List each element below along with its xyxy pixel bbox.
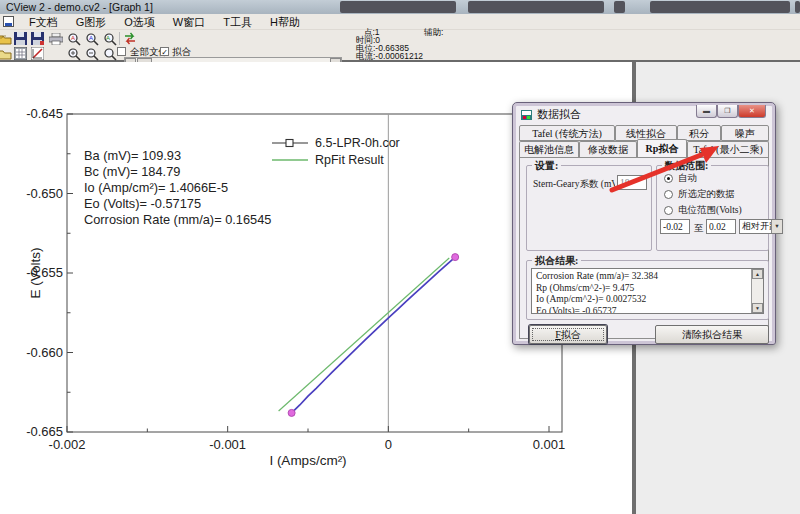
- fit-checkbox[interactable]: ✓: [160, 47, 169, 56]
- clear-fit-results-button[interactable]: 清除拟合结果: [655, 325, 769, 344]
- print-icon[interactable]: [48, 31, 64, 46]
- menu-tools[interactable]: T工具: [214, 14, 261, 29]
- svg-text:-0.001: -0.001: [209, 437, 246, 452]
- data-range-group: 数据范围: 自动 所选定的数据 电位范围(Volts) 至 相对开路 ▼: [656, 165, 769, 251]
- radio-potential-range[interactable]: 电位范围(Volts): [664, 204, 742, 217]
- svg-text:-0.650: -0.650: [26, 186, 63, 201]
- radio-selected-data[interactable]: 所选定的数据: [664, 188, 735, 201]
- zoom-in-icon[interactable]: [66, 46, 82, 61]
- results-scrollbar[interactable]: ▲ ▼: [751, 269, 763, 313]
- tab-noise[interactable]: 噪声: [721, 125, 769, 141]
- menu-window[interactable]: W窗口: [164, 14, 214, 29]
- redacted-tab: [795, 1, 800, 13]
- svg-text:E (Volts): E (Volts): [28, 247, 43, 298]
- result-eo: Eo (Volts)= -0.65737: [536, 306, 747, 315]
- plot-legend: 6.5-LPR-0h.cor RpFit Result: [272, 134, 400, 168]
- zoom-out-icon[interactable]: [84, 46, 100, 61]
- result-io: Io (Amp/cm^2-)= 0.0027532: [536, 294, 747, 306]
- menu-help[interactable]: H帮助: [261, 14, 309, 29]
- tab-modify-data[interactable]: 修改数据: [579, 141, 637, 157]
- data-fit-dialog: 数据拟合 ▬ ❐ ✕ Tafel (传统方法) 线性拟合 积分 噪声 电解池信息…: [512, 102, 776, 345]
- window-title: CView 2 - demo.cv2 - [Graph 1]: [6, 1, 153, 13]
- save-as-icon[interactable]: [29, 31, 45, 46]
- annotation-io: Io (Amp/cm²)= 1.4066E-5: [84, 180, 271, 196]
- legend-sample-data-icon: [272, 138, 308, 148]
- chevron-down-icon[interactable]: ▼: [771, 220, 782, 233]
- legend-label-data: 6.5-LPR-0h.cor: [315, 136, 400, 150]
- fit-label: 拟合: [172, 46, 191, 59]
- radio-auto[interactable]: 自动: [664, 172, 697, 185]
- tab-rp-fit[interactable]: Rp拟合: [637, 139, 687, 157]
- dialog-maximize-button[interactable]: ❐: [717, 105, 738, 118]
- legend-label-fit: RpFit Result: [315, 153, 384, 167]
- redacted-tab: [614, 1, 625, 13]
- svg-text:A: A: [89, 35, 93, 41]
- open-file-icon[interactable]: [0, 31, 12, 46]
- scroll-down-icon[interactable]: ▼: [752, 303, 763, 313]
- child-window-icon[interactable]: [3, 16, 14, 27]
- radio-auto-icon[interactable]: [664, 174, 673, 183]
- scroll-up-icon[interactable]: ▲: [752, 269, 763, 279]
- svg-text:I (Amps/cm²): I (Amps/cm²): [269, 453, 346, 468]
- svg-text:0.001: 0.001: [533, 437, 566, 452]
- annotation-corrosion-rate: Corrosion Rate (mm/a)= 0.16545: [84, 212, 271, 228]
- legend-sample-fit-icon: [272, 155, 308, 165]
- radio-potential-range-icon[interactable]: [664, 206, 673, 215]
- svg-text:-0.660: -0.660: [26, 345, 63, 360]
- range-to-input[interactable]: [706, 219, 736, 234]
- zoom-x-icon[interactable]: A: [66, 31, 82, 46]
- svg-text:-0.665: -0.665: [26, 424, 63, 439]
- zoom-y-icon[interactable]: A: [84, 31, 100, 46]
- data-range-group-label: 数据范围:: [662, 159, 711, 173]
- edit-graph-icon[interactable]: [29, 46, 45, 61]
- dialog-close-button[interactable]: ✕: [738, 105, 766, 118]
- radio-selected-data-icon[interactable]: [664, 190, 673, 199]
- redacted-tab: [468, 1, 604, 13]
- fit-results-group: 拟合结果: Corrosion Rate (mm/a)= 32.384 Rp (…: [526, 260, 769, 320]
- stern-geary-input[interactable]: [617, 175, 647, 190]
- dialog-title: 数据拟合: [537, 107, 581, 122]
- fit-results-group-label: 拟合结果:: [532, 254, 581, 268]
- relative-open-circuit-combo[interactable]: 相对开路 ▼: [739, 219, 783, 234]
- dialog-titlebar[interactable]: 数据拟合 ▬ ❐ ✕: [517, 106, 771, 122]
- all-files-checkbox[interactable]: [117, 47, 126, 56]
- zoom-reset-icon[interactable]: [102, 46, 118, 61]
- svg-text:A: A: [71, 35, 75, 41]
- svg-text:A: A: [106, 35, 110, 41]
- menu-graph[interactable]: G图形: [67, 14, 116, 29]
- status-aux: 辅助:: [424, 27, 443, 39]
- svg-text:-0.645: -0.645: [26, 106, 63, 121]
- annotation-bc: Bc (mV)= 184.79: [84, 164, 271, 180]
- tab-tafel-least-squares[interactable]: Tafel (最小二乘): [687, 141, 769, 157]
- result-corrosion-rate: Corrosion Rate (mm/a)= 32.384: [536, 271, 747, 283]
- legend-entry-data: 6.5-LPR-0h.cor: [272, 134, 400, 151]
- svg-text:0: 0: [385, 437, 392, 452]
- range-from-input[interactable]: [660, 219, 690, 234]
- menubar: F文档 G图形 O选项 W窗口 T工具 H帮助: [0, 14, 800, 30]
- stern-geary-label: Stern-Geary系数 (mV): [533, 178, 615, 191]
- tab-cell-info[interactable]: 电解池信息: [519, 141, 579, 157]
- save-icon[interactable]: [12, 31, 28, 46]
- new-graph-icon[interactable]: [0, 46, 12, 61]
- menu-options[interactable]: O选项: [115, 14, 164, 29]
- redacted-tab: [340, 1, 456, 13]
- settings-group: 设置: Stern-Geary系数 (mV): [526, 165, 652, 251]
- zoom-xy-icon[interactable]: A: [102, 31, 118, 46]
- dialog-icon: [521, 107, 534, 125]
- toolbar: A A A ◀ ▶ 点:1 时间:0 电位:-0.66385: [0, 30, 800, 62]
- data-table-icon[interactable]: [12, 46, 28, 61]
- tab-row-2: 电解池信息 修改数据 Rp拟合 Tafel (最小二乘): [519, 141, 769, 157]
- fit-button[interactable]: F拟合: [529, 325, 607, 344]
- fit-annotation: Ba (mV)= 109.93 Bc (mV)= 184.79 Io (Amp/…: [84, 148, 271, 228]
- dialog-minimize-button[interactable]: ▬: [696, 105, 717, 118]
- swap-axes-icon[interactable]: [122, 31, 138, 46]
- tab-tafel-traditional[interactable]: Tafel (传统方法): [519, 125, 615, 141]
- legend-entry-fit: RpFit Result: [272, 151, 400, 168]
- menu-file[interactable]: F文档: [20, 14, 67, 29]
- result-rp: Rp (Ohms/cm^2-)= 9.475: [536, 283, 747, 295]
- svg-text:-0.002: -0.002: [49, 437, 86, 452]
- settings-group-label: 设置:: [532, 159, 561, 173]
- fit-results-text[interactable]: Corrosion Rate (mm/a)= 32.384 Rp (Ohms/c…: [531, 268, 764, 314]
- annotation-eo: Eo (Volts)= -0.57175: [84, 196, 271, 212]
- range-to-label: 至: [694, 222, 704, 235]
